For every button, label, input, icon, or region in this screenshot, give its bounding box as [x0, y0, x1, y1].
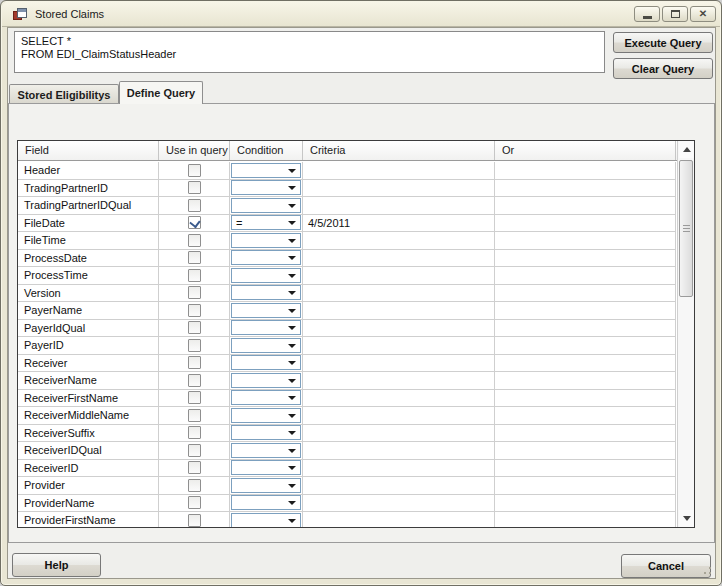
or-cell[interactable]: [495, 302, 676, 320]
criteria-cell[interactable]: [303, 197, 495, 215]
or-cell[interactable]: [495, 337, 676, 355]
condition-dropdown[interactable]: [231, 163, 301, 178]
or-cell[interactable]: [495, 372, 676, 390]
criteria-cell[interactable]: [303, 372, 495, 390]
condition-dropdown[interactable]: [231, 285, 301, 300]
criteria-cell[interactable]: [303, 460, 495, 478]
scrollbar-thumb[interactable]: [679, 160, 693, 297]
use-in-query-checkbox[interactable]: [188, 234, 201, 247]
condition-dropdown[interactable]: [231, 390, 301, 405]
use-in-query-checkbox[interactable]: [188, 391, 201, 404]
condition-dropdown[interactable]: [231, 338, 301, 353]
criteria-cell[interactable]: [303, 495, 495, 513]
or-cell[interactable]: [495, 355, 676, 373]
use-in-query-checkbox[interactable]: [188, 514, 201, 527]
criteria-cell[interactable]: [303, 285, 495, 303]
use-in-query-checkbox[interactable]: [188, 339, 201, 352]
use-in-query-checkbox[interactable]: [188, 321, 201, 334]
or-cell[interactable]: [495, 425, 676, 443]
condition-dropdown[interactable]: [231, 303, 301, 318]
use-in-query-checkbox[interactable]: [188, 286, 201, 299]
scroll-down-button[interactable]: [679, 510, 694, 527]
criteria-cell[interactable]: [303, 302, 495, 320]
condition-dropdown[interactable]: =: [231, 215, 301, 230]
use-in-query-checkbox[interactable]: [188, 496, 201, 509]
condition-dropdown[interactable]: [231, 250, 301, 265]
tab-stored-eligibilitys[interactable]: Stored Eligibilitys: [9, 84, 119, 104]
criteria-cell[interactable]: [303, 320, 495, 338]
criteria-cell[interactable]: [303, 425, 495, 443]
use-in-query-checkbox[interactable]: [188, 251, 201, 264]
condition-dropdown[interactable]: [231, 513, 301, 527]
column-header-or[interactable]: Or: [495, 141, 676, 160]
condition-dropdown[interactable]: [231, 373, 301, 388]
use-in-query-checkbox[interactable]: [188, 269, 201, 282]
use-in-query-checkbox[interactable]: [188, 181, 201, 194]
condition-dropdown[interactable]: [231, 233, 301, 248]
use-in-query-checkbox[interactable]: [188, 216, 201, 229]
condition-dropdown[interactable]: [231, 198, 301, 213]
condition-dropdown[interactable]: [231, 320, 301, 335]
use-in-query-checkbox[interactable]: [188, 356, 201, 369]
close-button[interactable]: ✕: [690, 6, 716, 22]
use-in-query-checkbox[interactable]: [188, 304, 201, 317]
maximize-button[interactable]: [662, 6, 688, 22]
vertical-scrollbar[interactable]: [677, 141, 694, 527]
cancel-button[interactable]: Cancel: [621, 554, 711, 578]
clear-query-button[interactable]: Clear Query: [613, 58, 713, 79]
or-cell[interactable]: [495, 180, 676, 198]
or-cell[interactable]: [495, 267, 676, 285]
criteria-cell[interactable]: [303, 232, 495, 250]
column-header-criteria[interactable]: Criteria: [303, 141, 495, 160]
column-header-use-in-query[interactable]: Use in query: [159, 141, 230, 160]
column-header-condition[interactable]: Condition: [230, 141, 303, 160]
criteria-cell[interactable]: [303, 355, 495, 373]
use-in-query-checkbox[interactable]: [188, 479, 201, 492]
or-cell[interactable]: [495, 460, 676, 478]
criteria-cell[interactable]: [303, 390, 495, 408]
criteria-cell[interactable]: [303, 250, 495, 268]
condition-dropdown[interactable]: [231, 355, 301, 370]
tab-define-query[interactable]: Define Query: [119, 81, 203, 104]
criteria-cell[interactable]: [303, 407, 495, 425]
column-header-field[interactable]: Field: [18, 141, 159, 160]
or-cell[interactable]: [495, 232, 676, 250]
use-in-query-checkbox[interactable]: [188, 409, 201, 422]
condition-dropdown[interactable]: [231, 180, 301, 195]
or-cell[interactable]: [495, 162, 676, 180]
use-in-query-checkbox[interactable]: [188, 199, 201, 212]
condition-dropdown[interactable]: [231, 443, 301, 458]
use-in-query-checkbox[interactable]: [188, 374, 201, 387]
criteria-cell[interactable]: 4/5/2011: [303, 215, 495, 233]
or-cell[interactable]: [495, 390, 676, 408]
condition-dropdown[interactable]: [231, 408, 301, 423]
or-cell[interactable]: [495, 495, 676, 513]
sql-query-textbox[interactable]: SELECT * FROM EDI_ClaimStatusHeader: [14, 31, 605, 73]
use-in-query-checkbox[interactable]: [188, 461, 201, 474]
use-in-query-checkbox[interactable]: [188, 164, 201, 177]
or-cell[interactable]: [495, 512, 676, 527]
condition-dropdown[interactable]: [231, 268, 301, 283]
or-cell[interactable]: [495, 285, 676, 303]
or-cell[interactable]: [495, 407, 676, 425]
use-in-query-checkbox[interactable]: [188, 444, 201, 457]
condition-dropdown[interactable]: [231, 425, 301, 440]
criteria-cell[interactable]: [303, 162, 495, 180]
condition-dropdown[interactable]: [231, 495, 301, 510]
or-cell[interactable]: [495, 197, 676, 215]
title-bar[interactable]: Stored Claims ✕: [2, 2, 720, 27]
or-cell[interactable]: [495, 477, 676, 495]
criteria-cell[interactable]: [303, 267, 495, 285]
minimize-button[interactable]: [634, 6, 660, 22]
criteria-cell[interactable]: [303, 337, 495, 355]
or-cell[interactable]: [495, 442, 676, 460]
help-button[interactable]: Help: [12, 553, 101, 577]
use-in-query-checkbox[interactable]: [188, 426, 201, 439]
scroll-up-button[interactable]: [679, 141, 694, 158]
or-cell[interactable]: [495, 250, 676, 268]
resize-grip[interactable]: [700, 563, 712, 575]
criteria-cell[interactable]: [303, 512, 495, 527]
criteria-cell[interactable]: [303, 477, 495, 495]
condition-dropdown[interactable]: [231, 478, 301, 493]
or-cell[interactable]: [495, 215, 676, 233]
